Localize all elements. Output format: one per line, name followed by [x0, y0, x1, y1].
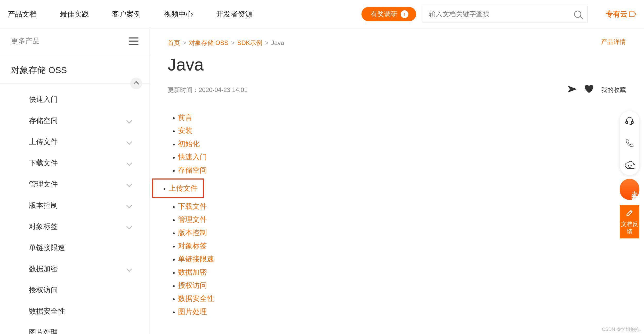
heart-icon[interactable] — [585, 85, 593, 95]
sidebar-item-label: 对象标签 — [29, 222, 58, 231]
sidebar-item-label: 授权访问 — [29, 285, 58, 295]
sidebar-item[interactable]: 下载文件 — [0, 152, 149, 174]
main-content: 产品详情 首页 > 对象存储 OSS > SDK示例 > Java Java 更… — [150, 28, 644, 334]
sidebar-item-label: 单链接限速 — [29, 243, 65, 253]
sidebar-item[interactable]: 图片处理 — [0, 322, 149, 334]
toc-link[interactable]: 单链接限速 — [178, 254, 626, 264]
sidebar-item-label: 数据安全性 — [29, 306, 65, 316]
page-meta: 更新时间： 2020-04-23 14:01 我的收藏 — [168, 85, 626, 95]
private-cloud-link[interactable]: 专有云 — [606, 9, 636, 19]
sidebar-item[interactable]: 管理文件 — [0, 174, 149, 195]
toc-link[interactable]: 管理文件 — [178, 215, 626, 224]
sidebar-item-label: 下载文件 — [29, 158, 58, 168]
phone-icon[interactable] — [622, 136, 637, 150]
sidebar: 更多产品 对象存储 OSS 快速入门存储空间上传文件下载文件管理文件版本控制对象… — [0, 28, 150, 334]
toc-link[interactable]: 上传文件 — [169, 183, 198, 193]
top-nav: 产品文档 最佳实践 客户案例 视频中心 开发者资源 有奖调研 › 专有云 — [0, 0, 644, 28]
breadcrumb-separator: > — [231, 39, 235, 46]
toc-link[interactable]: 前言 — [178, 113, 626, 122]
top-nav-links: 产品文档 最佳实践 客户案例 视频中心 开发者资源 — [8, 9, 361, 19]
svg-point-1 — [631, 166, 632, 166]
chevron-down-icon — [126, 224, 132, 230]
sidebar-item[interactable]: 数据安全性 — [0, 301, 149, 322]
sidebar-item[interactable]: 对象标签 — [0, 216, 149, 237]
sidebar-item-label: 版本控制 — [29, 200, 58, 210]
survey-button[interactable]: 有奖调研 › — [361, 7, 416, 21]
float-contact-card — [620, 111, 639, 175]
search-box[interactable] — [423, 6, 588, 22]
search-icon[interactable] — [574, 11, 581, 18]
updated-value: 2020-04-23 14:01 — [199, 86, 248, 94]
promo-pill[interactable]: 上云狂欢节 — [620, 179, 639, 200]
watermark: CSDN @学姐抱抱. — [602, 326, 641, 332]
breadcrumb-separator: > — [265, 39, 269, 46]
doc-feedback-label: 文档反馈 — [620, 221, 639, 235]
nav-link[interactable]: 最佳实践 — [60, 9, 89, 19]
breadcrumb: 首页 > 对象存储 OSS > SDK示例 > Java — [168, 39, 626, 47]
chevron-down-icon — [126, 266, 132, 272]
nav-link[interactable]: 视频中心 — [164, 9, 193, 19]
edit-icon — [626, 209, 633, 217]
private-cloud-label: 专有云 — [606, 9, 627, 19]
sidebar-more-label: 更多产品 — [11, 36, 40, 46]
breadcrumb-item[interactable]: 首页 — [168, 39, 180, 47]
toc-list: 前言安装初始化快速入门存储空间上传文件下载文件管理文件版本控制对象标签单链接限速… — [168, 113, 626, 317]
nav-link[interactable]: 产品文档 — [8, 9, 37, 19]
toc-link[interactable]: 下载文件 — [178, 201, 626, 211]
headset-icon[interactable] — [622, 114, 637, 128]
cloud-smile-icon[interactable] — [622, 158, 637, 173]
breadcrumb-item[interactable]: 对象存储 OSS — [189, 39, 228, 47]
sidebar-item-label: 数据加密 — [29, 264, 58, 274]
float-rail: 上云狂欢节 文档反馈 — [620, 111, 639, 238]
toc-link[interactable]: 版本控制 — [178, 228, 626, 238]
favorites-link[interactable]: 我的收藏 — [601, 86, 626, 94]
page-title: Java — [168, 55, 626, 74]
sidebar-tree: 快速入门存储空间上传文件下载文件管理文件版本控制对象标签单链接限速数据加密授权访… — [0, 84, 149, 334]
sidebar-item[interactable]: 上传文件 — [0, 131, 149, 152]
nav-link[interactable]: 开发者资源 — [216, 9, 252, 19]
breadcrumb-separator: > — [183, 39, 186, 46]
sidebar-item[interactable]: 快速入门 — [0, 89, 149, 110]
sidebar-item[interactable]: 单链接限速 — [0, 237, 149, 258]
toc-link[interactable]: 存储空间 — [178, 165, 626, 175]
chevron-down-icon — [126, 203, 132, 208]
toc-link[interactable]: 初始化 — [178, 139, 626, 149]
breadcrumb-current: Java — [271, 39, 284, 46]
sidebar-more-products[interactable]: 更多产品 — [0, 28, 149, 54]
sidebar-item[interactable]: 数据加密 — [0, 258, 149, 279]
sidebar-item[interactable]: 授权访问 — [0, 279, 149, 301]
toc-link[interactable]: 数据加密 — [178, 267, 626, 277]
sidebar-item-label: 上传文件 — [29, 137, 58, 147]
sidebar-item-label: 存储空间 — [29, 116, 58, 126]
chevron-down-icon — [126, 118, 132, 124]
nav-link[interactable]: 客户案例 — [112, 9, 141, 19]
external-link-icon — [629, 11, 636, 17]
toc-highlight-box: 上传文件 — [152, 178, 204, 198]
toc-link[interactable]: 授权访问 — [178, 281, 626, 290]
sidebar-item-label: 管理文件 — [29, 179, 58, 189]
chevron-down-icon — [126, 139, 132, 145]
hamburger-icon[interactable] — [129, 37, 139, 45]
toc-link[interactable]: 快速入门 — [178, 152, 626, 162]
chevron-down-icon — [126, 160, 132, 166]
updated-label: 更新时间： — [168, 86, 199, 94]
survey-button-label: 有奖调研 — [371, 10, 398, 19]
breadcrumb-item[interactable]: SDK示例 — [237, 39, 262, 47]
svg-point-0 — [628, 166, 629, 166]
sidebar-item-label: 快速入门 — [29, 95, 58, 104]
toc-link[interactable]: 图片处理 — [178, 307, 626, 317]
chevron-down-icon — [126, 181, 132, 187]
sidebar-item[interactable]: 存储空间 — [0, 110, 149, 131]
sidebar-item-label: 图片处理 — [29, 328, 58, 334]
product-detail-link[interactable]: 产品详情 — [601, 38, 626, 46]
share-icon[interactable] — [568, 86, 577, 94]
sidebar-item[interactable]: 版本控制 — [0, 195, 149, 216]
toc-link[interactable]: 数据安全性 — [178, 294, 626, 304]
doc-feedback-button[interactable]: 文档反馈 — [620, 205, 639, 238]
sidebar-product-title: 对象存储 OSS — [0, 54, 149, 84]
chevron-right-icon: › — [401, 10, 408, 18]
toc-link[interactable]: 安装 — [178, 126, 626, 136]
toc-link[interactable]: 对象标签 — [178, 241, 626, 251]
search-input[interactable] — [429, 10, 574, 18]
